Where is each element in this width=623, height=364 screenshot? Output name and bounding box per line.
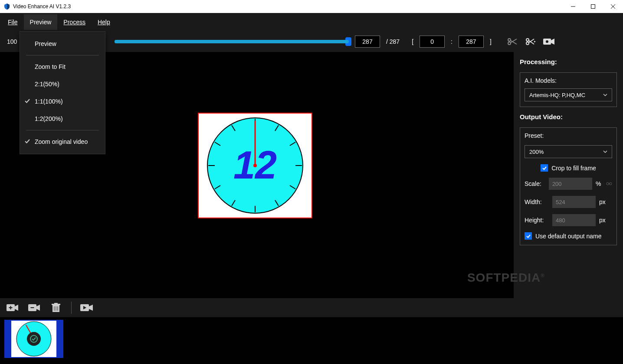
add-video-button[interactable] xyxy=(6,302,19,313)
svg-rect-1 xyxy=(591,5,595,9)
svg-marker-14 xyxy=(551,39,554,45)
ai-models-label: A.I. Models: xyxy=(525,77,612,84)
toolbar-separator xyxy=(71,302,72,314)
svg-point-15 xyxy=(546,40,548,43)
default-name-checkbox[interactable] xyxy=(525,232,532,240)
ai-model-dropdown[interactable]: Artemis-HQ: P,HQ,MC xyxy=(525,88,612,101)
svg-marker-36 xyxy=(15,305,18,311)
remove-video-button[interactable] xyxy=(28,302,41,313)
minimize-button[interactable] xyxy=(563,0,583,13)
preview-menu-preview[interactable]: Preview xyxy=(20,35,105,52)
preset-dropdown[interactable]: 200% xyxy=(525,145,612,158)
watermark: SOFTPEDIA® xyxy=(467,271,545,285)
output-video-box: Preset: 200% Crop to fill frame Scale: %… xyxy=(520,127,617,245)
bracket-left: [ xyxy=(412,38,413,45)
processing-heading: Processing: xyxy=(520,58,617,65)
title-bar: Video Enhance AI V1.2.3 xyxy=(0,0,623,13)
app-logo-icon xyxy=(3,3,10,10)
preview-frame: 12 xyxy=(198,113,312,218)
total-frames-label: / 287 xyxy=(386,38,400,45)
settings-panel: Processing: A.I. Models: Artemis-HQ: P,H… xyxy=(514,52,623,298)
close-button[interactable] xyxy=(603,0,623,13)
menu-process[interactable]: Process xyxy=(57,14,92,30)
menu-file[interactable]: File xyxy=(2,14,24,30)
height-unit: px xyxy=(599,217,606,224)
crop-fill-checkbox[interactable] xyxy=(541,164,548,172)
width-unit: px xyxy=(599,198,606,205)
maximize-button[interactable] xyxy=(583,0,603,13)
svg-rect-44 xyxy=(54,303,58,304)
preview-menu-zoom-original[interactable]: Zoom original video xyxy=(20,133,105,150)
preset-label: Preset: xyxy=(525,132,612,139)
scale-label: Scale: xyxy=(525,180,545,187)
process-button[interactable] xyxy=(80,302,93,313)
preview-menu-zoom-fit[interactable]: Zoom to Fit xyxy=(20,58,105,75)
chevron-down-icon xyxy=(603,150,607,154)
scale-unit: % xyxy=(596,180,601,187)
chevron-down-icon xyxy=(603,93,607,97)
trash-button[interactable] xyxy=(49,302,62,313)
scale-input[interactable] xyxy=(549,178,592,190)
svg-marker-40 xyxy=(36,305,40,311)
menu-separator xyxy=(26,55,99,55)
camera-icon[interactable] xyxy=(543,37,555,46)
queue-toolbar xyxy=(0,298,623,317)
width-label: Width: xyxy=(525,198,549,205)
link-icon[interactable] xyxy=(606,181,612,187)
slider-handle[interactable] xyxy=(345,37,351,46)
cut-end-icon[interactable] xyxy=(525,37,537,46)
menu-preview[interactable]: Preview xyxy=(24,14,58,30)
height-input[interactable] xyxy=(552,214,596,226)
svg-marker-12 xyxy=(534,41,536,42)
frame-colon: : xyxy=(451,38,452,45)
menu-help[interactable]: Help xyxy=(92,14,116,30)
end-frame-input[interactable] xyxy=(459,36,484,48)
window-title: Video Enhance AI V1.2.3 xyxy=(13,3,71,10)
check-icon xyxy=(24,98,30,104)
ai-models-box: A.I. Models: Artemis-HQ: P,HQ,MC xyxy=(520,72,617,107)
timeline-slider[interactable] xyxy=(115,40,349,43)
svg-marker-49 xyxy=(89,305,93,311)
queue-strip xyxy=(0,317,623,361)
height-label: Height: xyxy=(525,217,549,224)
queue-thumbnail[interactable] xyxy=(4,320,63,358)
svg-point-55 xyxy=(27,332,41,346)
clock-image: 12 xyxy=(205,116,305,215)
status-bar: In: ...dia Files/Softpedia Test.mp4 Size… xyxy=(0,361,623,364)
menu-separator xyxy=(26,130,99,130)
default-name-label: Use default output name xyxy=(535,233,602,240)
width-input[interactable] xyxy=(552,196,596,208)
preview-dropdown-menu: Preview Zoom to Fit 2:1(50%) 1:1(100%) 1… xyxy=(20,31,105,154)
preview-menu-zoom-100[interactable]: 1:1(100%) xyxy=(20,93,105,110)
menu-bar: File Preview Process Help xyxy=(0,13,623,31)
preview-menu-zoom-200[interactable]: 1:2(200%) xyxy=(20,110,105,127)
current-frame-input[interactable] xyxy=(355,36,380,48)
bracket-right: ] xyxy=(490,38,492,45)
preview-menu-zoom-50[interactable]: 2:1(50%) xyxy=(20,75,105,93)
start-frame-input[interactable] xyxy=(420,36,445,48)
crop-fill-label: Crop to fill frame xyxy=(551,165,596,172)
svg-point-31 xyxy=(253,164,257,167)
check-icon xyxy=(24,138,30,144)
output-video-heading: Output Video: xyxy=(520,113,617,120)
cut-start-icon[interactable] xyxy=(506,37,518,46)
